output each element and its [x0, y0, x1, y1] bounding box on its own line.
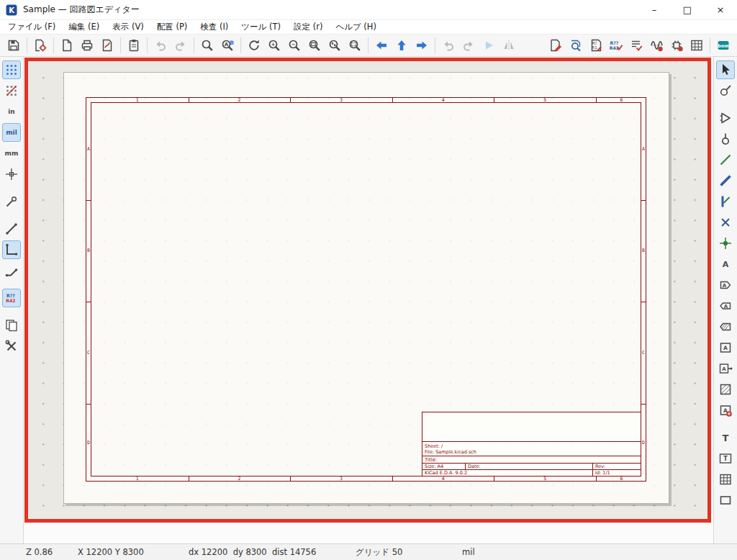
zoom-fit-button[interactable]	[305, 36, 324, 55]
symbol-fields-table-button[interactable]	[687, 36, 706, 55]
print-button[interactable]	[78, 36, 96, 55]
rotate-ccw-button[interactable]	[439, 36, 458, 55]
hierarchical-sheet-button[interactable]: A	[716, 338, 735, 357]
net-label-button[interactable]: A	[716, 255, 735, 274]
navigate-up-button[interactable]	[392, 36, 411, 55]
directive-label-button[interactable]: A	[716, 276, 735, 294]
design-block-button[interactable]	[716, 380, 735, 399]
canvas-area: Sheet: / File: Sample.kicad.sch Title: S…	[24, 57, 713, 543]
hierarchy-panel-icon	[4, 318, 19, 333]
zoom-objects-button[interactable]	[325, 36, 344, 55]
close-button[interactable]: ×	[704, 0, 737, 19]
title-block-size: Size: A4	[422, 464, 466, 469]
assign-footprints-button[interactable]	[667, 36, 686, 55]
hierarchical-label-button[interactable]	[716, 317, 735, 336]
sheet-pin-button[interactable]: A	[716, 359, 735, 378]
draw-wire-button[interactable]	[716, 150, 735, 169]
grid-overrides-button[interactable]	[2, 81, 21, 100]
highlight-net-button[interactable]	[716, 81, 735, 100]
hv-lines-90-icon	[4, 243, 19, 257]
units-mm-button[interactable]: mm	[2, 144, 21, 163]
plot-button[interactable]	[98, 36, 117, 55]
zoom-selection-button[interactable]	[345, 36, 364, 55]
zone-tick	[596, 98, 597, 102]
zone-label-bottom: 1	[136, 477, 139, 482]
menu-help[interactable]: ヘルプ (H)	[329, 21, 383, 34]
mirror-icon	[502, 38, 516, 53]
text-button[interactable]: T	[716, 428, 735, 447]
edit-symbol-fields-button[interactable]	[627, 36, 646, 55]
text-box-button[interactable]: T	[716, 449, 735, 468]
bom-button[interactable]: bom	[714, 36, 733, 55]
hv-lines-45-button[interactable]	[2, 261, 21, 280]
page-settings-button[interactable]	[58, 36, 76, 55]
rotate-cw-button[interactable]	[459, 36, 478, 55]
simulator-button[interactable]	[647, 36, 666, 55]
no-connect-button[interactable]	[716, 213, 735, 232]
erc-button[interactable]: R??R42	[607, 36, 625, 55]
schematic-canvas[interactable]: Sheet: / File: Sample.kicad.sch Title: S…	[28, 61, 707, 519]
cursor-position: X 12200 Y 8300	[78, 544, 144, 560]
navigate-back-button[interactable]	[372, 36, 391, 55]
undo-button[interactable]	[151, 36, 170, 55]
toolbar-top: AB+−R?R1R??R42bom	[0, 35, 737, 57]
statusbar: Z 0.86 X 12200 Y 8300 dx 12200 dy 8300 d…	[0, 543, 737, 560]
navigate-forward-button[interactable]	[412, 36, 431, 55]
title-block-rev: Rev:	[593, 464, 641, 469]
zoom-out-button[interactable]: −	[285, 36, 304, 55]
paste-icon	[127, 38, 141, 53]
enter-sheet-button[interactable]	[479, 36, 498, 55]
bus-entry-button[interactable]	[716, 192, 735, 211]
page-settings-icon	[60, 38, 74, 53]
place-power-button[interactable]	[716, 130, 735, 148]
redo-icon	[173, 38, 188, 53]
hidden-pins-button[interactable]	[2, 192, 21, 211]
import-sheet-pin-button[interactable]: A+	[716, 401, 735, 420]
properties-panel-button[interactable]	[2, 337, 21, 356]
save-button[interactable]	[4, 36, 23, 55]
hv-lines-free-button[interactable]	[2, 220, 21, 238]
zone-tick	[86, 404, 91, 405]
place-symbol-button[interactable]	[716, 109, 735, 127]
zoom-in-button[interactable]: +	[265, 36, 284, 55]
cursor-shape-button[interactable]	[2, 165, 21, 184]
paste-button[interactable]	[125, 36, 143, 55]
show-hierarchy-button[interactable]	[546, 36, 565, 55]
menu-inspect[interactable]: 検査 (I)	[194, 21, 235, 34]
draw-bus-button[interactable]	[716, 171, 735, 190]
navigate-up-icon	[394, 38, 409, 53]
zone-label-left: D	[87, 441, 90, 446]
mirror-button[interactable]	[499, 36, 518, 55]
menu-file[interactable]: ファイル (F)	[1, 21, 62, 34]
junction-button[interactable]	[716, 234, 735, 253]
refresh-view-button[interactable]	[245, 36, 263, 55]
units-mils-button[interactable]: mil	[2, 123, 21, 142]
hierarchy-panel-button[interactable]	[2, 316, 21, 335]
search-button[interactable]	[566, 36, 585, 55]
minimize-button[interactable]: –	[638, 0, 671, 19]
find-button[interactable]	[198, 36, 217, 55]
auto-annotate-button[interactable]: R??R42	[2, 289, 21, 307]
menu-tools[interactable]: ツール (T)	[235, 21, 287, 34]
find-replace-button[interactable]: AB	[218, 36, 237, 55]
grid-visibility-button[interactable]	[2, 60, 21, 79]
zone-label-top: 2	[238, 98, 240, 103]
maximize-button[interactable]: □	[671, 0, 704, 19]
zone-label-top: 4	[442, 98, 445, 103]
menu-preferences[interactable]: 設定 (r)	[287, 21, 329, 34]
units-inches-button[interactable]: in	[2, 102, 21, 121]
global-label-button[interactable]: A	[716, 297, 735, 315]
menu-place[interactable]: 配置 (P)	[150, 21, 194, 34]
menu-view[interactable]: 表示 (V)	[106, 21, 150, 34]
menu-edit[interactable]: 編集 (E)	[62, 21, 106, 34]
print-icon	[80, 38, 94, 53]
table-button[interactable]	[716, 470, 735, 489]
rectangle-button[interactable]	[716, 491, 735, 510]
annotate-button[interactable]: R?R1	[587, 36, 605, 55]
select-tool-button[interactable]	[716, 60, 735, 79]
redo-button[interactable]	[171, 36, 190, 55]
zone-tick	[596, 477, 597, 481]
schematic-setup-button[interactable]	[31, 36, 50, 55]
title-block-date: Date:	[466, 464, 593, 469]
hv-lines-90-button[interactable]	[2, 240, 21, 259]
